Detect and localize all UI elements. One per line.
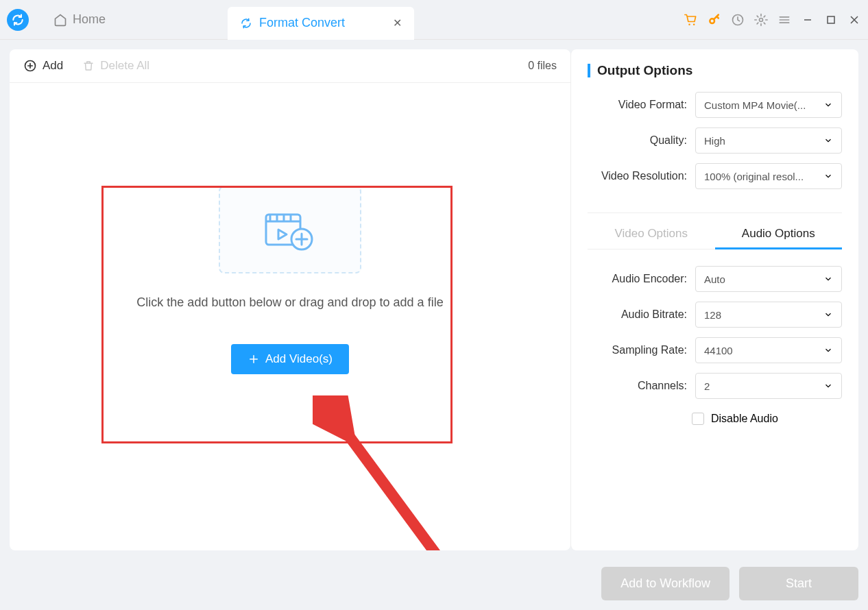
tab-home[interactable]: Home: [41, 12, 118, 27]
audio-bitrate-label: Audio Bitrate:: [588, 308, 695, 321]
close-window-button[interactable]: [847, 13, 861, 27]
plus-circle-icon: [23, 59, 37, 73]
settings-icon[interactable]: [754, 13, 768, 27]
delete-all-button: Delete All: [82, 59, 149, 73]
tab-home-label: Home: [73, 12, 106, 27]
audio-encoder-label: Audio Encoder:: [588, 273, 695, 285]
video-add-icon: [262, 208, 318, 252]
svg-point-0: [688, 23, 690, 25]
chevron-down-icon: [823, 136, 833, 145]
channels-label: Channels:: [588, 380, 695, 392]
tab-audio-options[interactable]: Audio Options: [715, 220, 843, 249]
menu-icon[interactable]: [777, 13, 791, 27]
disable-audio-label: Disable Audio: [711, 413, 778, 425]
history-icon[interactable]: [731, 13, 745, 27]
start-button[interactable]: Start: [739, 567, 858, 600]
side-panel: Output Options Video Format: Custom MP4 …: [570, 49, 858, 550]
quality-select[interactable]: High: [695, 127, 842, 154]
channels-select[interactable]: 2: [695, 373, 842, 399]
svg-point-1: [693, 23, 695, 25]
plus-icon: [248, 353, 260, 365]
audio-bitrate-select[interactable]: 128: [695, 302, 842, 328]
add-to-workflow-button[interactable]: Add to Workflow: [601, 567, 730, 600]
svg-rect-5: [828, 16, 834, 23]
main-panel: Add Delete All 0 files: [10, 49, 570, 550]
tab-format-convert[interactable]: Format Convert ✕: [228, 7, 414, 40]
annotation-arrow: [313, 395, 505, 550]
footer: Add to Workflow Start: [0, 560, 868, 610]
chevron-down-icon: [823, 274, 833, 284]
sampling-rate-label: Sampling Rate:: [588, 344, 695, 356]
video-format-label: Video Format:: [588, 99, 695, 111]
key-icon[interactable]: [708, 13, 721, 27]
drop-icon-box: [219, 186, 361, 273]
sampling-rate-select[interactable]: 44100: [695, 337, 842, 363]
close-tab-button[interactable]: ✕: [393, 16, 402, 29]
add-button[interactable]: Add: [23, 59, 63, 73]
chevron-down-icon: [823, 310, 833, 319]
chevron-down-icon: [823, 345, 833, 355]
drop-hint: Click the add button below or drag and d…: [136, 295, 443, 310]
tab-convert-label: Format Convert: [259, 16, 345, 30]
delete-label: Delete All: [100, 59, 149, 73]
add-videos-label: Add Video(s): [265, 352, 333, 366]
chevron-down-icon: [823, 381, 833, 391]
app-logo: [7, 9, 29, 31]
trash-icon: [82, 60, 95, 72]
add-videos-button[interactable]: Add Video(s): [231, 344, 349, 374]
disable-audio-checkbox[interactable]: [692, 413, 704, 425]
chevron-down-icon: [823, 100, 833, 110]
cart-icon[interactable]: [684, 13, 698, 27]
tab-video-options[interactable]: Video Options: [588, 220, 715, 249]
quality-label: Quality:: [588, 134, 695, 147]
convert-icon: [240, 17, 252, 29]
video-format-select[interactable]: Custom MP4 Movie(...: [695, 92, 842, 118]
minimize-button[interactable]: [801, 13, 815, 27]
resolution-select[interactable]: 100% (original resol...: [695, 163, 842, 189]
svg-point-4: [760, 18, 763, 21]
maximize-button[interactable]: [824, 13, 838, 27]
drop-area[interactable]: Click the add button below or drag and d…: [10, 83, 570, 550]
add-label: Add: [43, 59, 63, 73]
divider: [588, 212, 842, 213]
audio-encoder-select[interactable]: Auto: [695, 266, 842, 292]
resolution-label: Video Resolution:: [588, 170, 695, 182]
home-icon: [53, 13, 67, 27]
output-options-title: Output Options: [588, 63, 842, 78]
svg-line-9: [337, 420, 491, 550]
chevron-down-icon: [823, 171, 833, 181]
files-count: 0 files: [528, 60, 557, 72]
titlebar: Home Format Convert ✕: [0, 0, 868, 40]
